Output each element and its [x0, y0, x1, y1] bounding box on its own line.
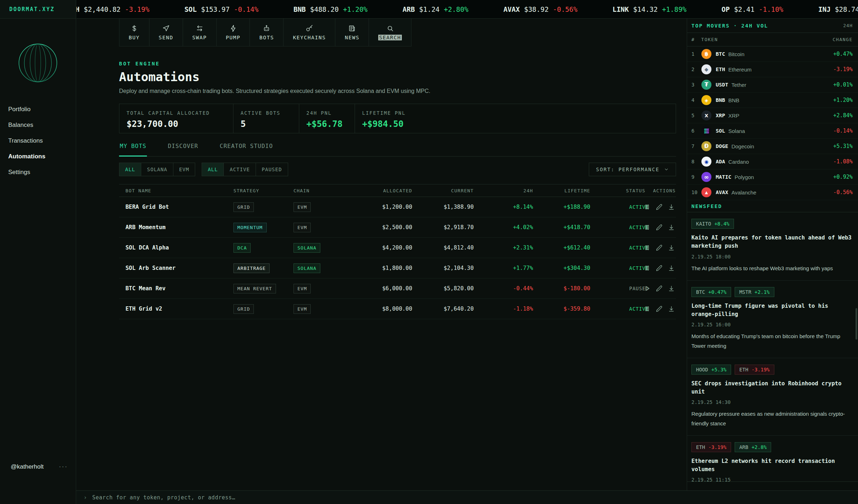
download-button[interactable] [668, 244, 675, 251]
sol-icon [701, 126, 711, 136]
ticker-change: +2.80% [444, 5, 469, 13]
sidebar-item-portfolio[interactable]: Portfolio [0, 102, 76, 117]
pause-button[interactable] [644, 244, 651, 251]
stat-label: ACTIVE BOTS [241, 110, 299, 116]
mover-row[interactable]: 10 ▲ AVAX Avalanche -0.56% [687, 185, 858, 200]
bots-button[interactable]: BOTS [250, 19, 283, 46]
ticker-item[interactable]: ARB $1.24 +2.80% [403, 5, 468, 13]
user-menu-button[interactable]: ··· [59, 464, 68, 470]
mover-row[interactable]: 7 Ð DOGE Dogecoin +5.31% [687, 139, 858, 154]
keychains-button[interactable]: KEYCHAINS [283, 19, 335, 46]
news-item[interactable]: BTC+0.47% MSTR+2.1% Long-time Trump figu… [687, 281, 858, 358]
pause-button[interactable] [644, 265, 651, 272]
sidebar-item-transactions[interactable]: Transactions [0, 133, 76, 149]
download-button[interactable] [668, 265, 675, 272]
lifetime-value: +$418.70 [533, 224, 590, 231]
chain-filter-all[interactable]: ALL [119, 163, 141, 176]
ticker-item[interactable]: INJ $28.74 [818, 5, 858, 13]
status-filter-paused[interactable]: PAUSED [256, 163, 288, 176]
token-change: +2.84% [833, 112, 853, 119]
sidebar-nav: Portfolio Balances Transactions Automati… [0, 102, 76, 180]
scrollbar-thumb[interactable] [855, 308, 857, 340]
global-search-bar[interactable]: › Search for any token, project, or addr… [76, 490, 858, 504]
ticker-item[interactable]: AVAX $38.92 -0.56% [503, 5, 577, 13]
mover-row[interactable]: 3 ₮ USDT Tether +0.01% [687, 77, 858, 93]
ticker-symbol: OP [721, 5, 730, 13]
play-button[interactable] [644, 285, 651, 292]
table-row[interactable]: SOL DCA Alpha DCA SOLANA $4,200.00 $4,81… [119, 238, 676, 258]
bnb-icon: ◈ [701, 95, 711, 105]
edit-button[interactable] [656, 224, 663, 231]
pump-button[interactable]: PUMP [217, 19, 250, 46]
pause-button[interactable] [644, 224, 651, 231]
tab-creator-studio[interactable]: CREATOR STUDIO [219, 138, 274, 156]
pause-button[interactable] [644, 203, 651, 211]
edit-button[interactable] [656, 244, 663, 251]
mover-row[interactable]: 9 ∞ MATIC Polygon +0.92% [687, 169, 858, 185]
table-row[interactable]: ETH Grid v2 GRID EVM $8,000.00 $7,640.20… [119, 299, 676, 319]
chain-filter-evm[interactable]: EVM [173, 163, 195, 176]
edit-button[interactable] [656, 305, 663, 312]
download-button[interactable] [668, 305, 675, 312]
sidebar-item-settings[interactable]: Settings [0, 164, 76, 180]
mover-row[interactable]: 5 X XRP XRP +2.84% [687, 108, 858, 123]
mover-row[interactable]: 8 ◉ ADA Cardano -1.08% [687, 154, 858, 169]
token-symbol: MATIC [716, 174, 731, 180]
status-filter-all[interactable]: ALL [202, 163, 224, 176]
news-item[interactable]: HOOD+5.3% ETH-3.19% SEC drops investigat… [687, 358, 858, 436]
ticker-item[interactable]: ETH $2,440.82 -3.19% [77, 5, 149, 13]
table-row[interactable]: BTC Mean Rev MEAN REVERT EVM $6,000.00 $… [119, 278, 676, 299]
download-button[interactable] [668, 203, 675, 211]
swap-button[interactable]: SWAP [183, 19, 217, 46]
news-title: Long-time Trump figure was pivotal to hi… [691, 302, 852, 319]
col-allocated: ALLOCATED [348, 188, 412, 193]
news-tags: KAITO+8.4% [691, 219, 852, 229]
rank: 5 [691, 113, 701, 118]
ticker-item[interactable]: OP $2.41 -1.10% [721, 5, 783, 13]
tab-my-bots[interactable]: MY BOTS [119, 138, 147, 156]
ticker-price: $488.20 [310, 5, 339, 13]
bot-name: BERA Grid Bot [119, 204, 233, 210]
pause-button[interactable] [644, 305, 651, 312]
news-button[interactable]: NEWS [335, 19, 369, 46]
table-row[interactable]: ARB Momentum MOMENTUM EVM $2,500.00 $2,9… [119, 217, 676, 238]
token-symbol: BNB [716, 97, 725, 103]
sidebar-item-automations[interactable]: Automations [0, 149, 76, 164]
token-symbol: USDT [716, 82, 728, 88]
ticker-item[interactable]: BNB $488.20 +1.20% [294, 5, 368, 13]
sidebar-item-balances[interactable]: Balances [0, 117, 76, 133]
search-button[interactable]: SEARCH [369, 19, 411, 46]
rank: 8 [691, 159, 701, 164]
table-row[interactable]: SOL Arb Scanner ARBITRAGE SOLANA $1,800.… [119, 258, 676, 278]
edit-button[interactable] [656, 203, 663, 211]
mover-row[interactable]: 6 SOL Solana -0.14% [687, 123, 858, 139]
edit-button[interactable] [656, 265, 663, 272]
ticker-item[interactable]: LINK $14.32 +1.89% [612, 5, 686, 13]
btc-icon: ฿ [701, 49, 711, 59]
sort-dropdown[interactable]: SORT: PERFORMANCE [589, 163, 676, 176]
ticker-change: -3.19% [125, 5, 149, 13]
download-button[interactable] [668, 285, 675, 292]
change-col-header: CHANGE [833, 37, 853, 42]
status-filter-active[interactable]: ACTIVE [224, 163, 256, 176]
news-item[interactable]: KAITO+8.4% Kaito AI prepares for token l… [687, 212, 858, 281]
token-symbol: ADA [716, 159, 725, 164]
chain-badge: SOLANA [294, 243, 320, 253]
buy-button[interactable]: BUY [119, 19, 149, 46]
download-button[interactable] [668, 224, 675, 231]
news-summary: The AI platform looks to reshape Web3 ma… [691, 264, 852, 273]
status-badge: ACTIVE [590, 245, 644, 251]
tab-discover[interactable]: DISCOVER [167, 138, 199, 156]
lifetime-value: $-359.80 [533, 306, 590, 312]
token-change: -0.14% [833, 128, 853, 134]
mover-row[interactable]: 4 ◈ BNB BNB +1.20% [687, 93, 858, 108]
token-symbol: BTC [716, 51, 725, 57]
send-button[interactable]: SEND [149, 19, 183, 46]
table-row[interactable]: BERA Grid Bot GRID EVM $1,200.00 $1,388.… [119, 197, 676, 217]
edit-button[interactable] [656, 285, 663, 292]
24h-value: +8.14% [474, 204, 533, 210]
ticker-item[interactable]: SOL $153.97 -0.14% [184, 5, 258, 13]
mover-row[interactable]: 1 ฿ BTC Bitcoin +0.47% [687, 46, 858, 62]
chain-filter-solana[interactable]: SOLANA [141, 163, 173, 176]
mover-row[interactable]: 2 ◆ ETH Ethereum -3.19% [687, 62, 858, 77]
